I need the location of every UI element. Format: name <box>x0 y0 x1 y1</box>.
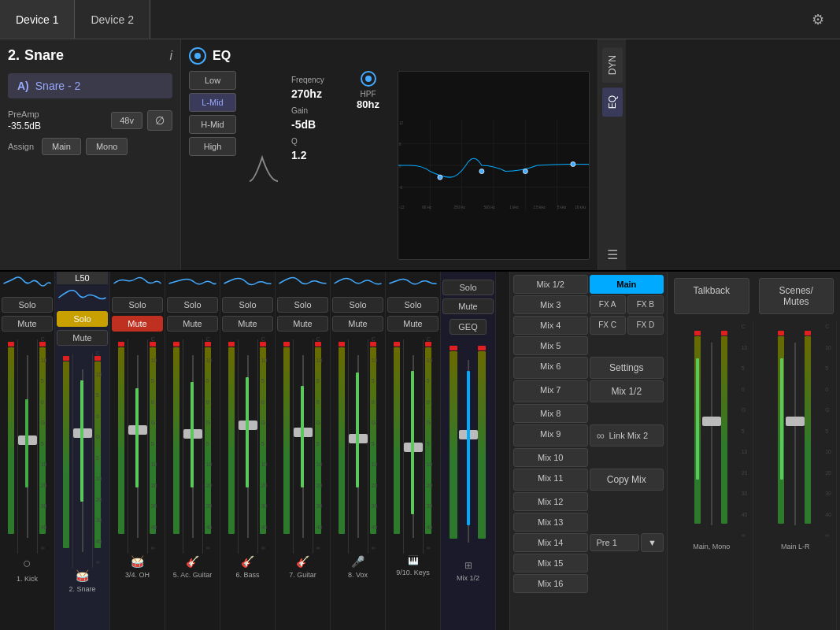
mute-button-mix12[interactable]: Mute <box>442 298 494 314</box>
mute-button-snare[interactable]: Mute <box>57 330 108 346</box>
pre-button[interactable]: Pre 1 <box>590 534 640 551</box>
mix-main-button[interactable]: Main <box>590 275 664 294</box>
list-icon[interactable]: ☰ <box>607 247 618 262</box>
fx-b-button[interactable]: FX B <box>627 295 664 314</box>
info-button[interactable]: i <box>169 49 172 63</box>
eq-tab[interactable]: EQ <box>602 87 623 117</box>
gain-value[interactable]: -5dB <box>291 118 346 131</box>
mix-bus-16-button[interactable]: Mix 16 <box>513 574 588 593</box>
solo-button-guitar[interactable]: Solo <box>277 297 328 313</box>
svg-point-23 <box>571 161 575 166</box>
fader-oh[interactable]: C1050G510203040∞ <box>112 333 163 554</box>
phase-button[interactable]: ∅ <box>147 110 172 131</box>
mix-bus-10-button[interactable]: Mix 10 <box>513 448 588 467</box>
waveform-kick <box>2 274 53 294</box>
right-tabs-panel: DYN EQ ☰ <box>598 39 626 270</box>
oh-label: 3/4. OH <box>112 569 163 580</box>
eq-band-low[interactable]: Low <box>189 71 236 90</box>
mix-bus-12-button[interactable]: Mix 12 <box>513 492 588 511</box>
mix-bus-5-button[interactable]: Mix 5 <box>513 336 588 355</box>
svg-text:-12: -12 <box>399 206 405 209</box>
mix-bus-14-button[interactable]: Mix 14 <box>513 533 588 552</box>
mix-12-sub-button[interactable]: Mix 1/2 <box>590 380 664 402</box>
mute-button-kick[interactable]: Mute <box>2 316 53 332</box>
mix-bus-7-button[interactable]: Mix 7 <box>513 380 588 402</box>
fader-guitar[interactable]: C1050G510203040∞ <box>277 333 328 554</box>
dyn-tab[interactable]: DYN <box>602 47 623 83</box>
solo-button-acguitar[interactable]: Solo <box>167 297 218 313</box>
mute-button-oh[interactable]: Mute <box>112 316 163 332</box>
guitar-icon: 🎸 <box>296 555 309 568</box>
eq-curve-svg: 12 6 0 -6 -12 60 Hz 250 Hz 500 Hz 1 kHz … <box>398 72 589 259</box>
mix-bus-4-button[interactable]: Mix 4 <box>513 316 588 335</box>
solo-button-keys[interactable]: Solo <box>387 297 439 313</box>
pre-dropdown[interactable]: ▼ <box>641 533 664 552</box>
top-bar: Device 1 Device 2 ⚙ <box>0 0 840 39</box>
solo-button-snare[interactable]: Solo <box>57 311 108 327</box>
fader-main-mono[interactable]: C1050G510203040∞ <box>672 321 751 541</box>
fader-vox[interactable]: C1050G510203040∞ <box>332 333 383 554</box>
snare-label: 2. Snare <box>57 584 108 595</box>
settings-button[interactable]: Settings <box>590 357 664 379</box>
settings-icon[interactable]: ⚙ <box>804 6 832 34</box>
mix-bus-3-button[interactable]: Mix 3 <box>513 295 588 314</box>
fader-snare[interactable]: C1050G510203040∞ <box>57 347 108 568</box>
fader-mix12[interactable] <box>442 338 494 558</box>
eq-band-hmid[interactable]: H-Mid <box>189 115 236 134</box>
snare-level-label: L50 <box>57 272 108 284</box>
mix-bus-1-2-button[interactable]: Mix 1/2 <box>513 275 588 294</box>
solo-button-vox[interactable]: Solo <box>332 297 383 313</box>
waveform-snare <box>57 288 108 308</box>
eq-band-lmid[interactable]: L-Mid <box>189 93 236 112</box>
device-tab-1[interactable]: Device 1 <box>0 0 75 39</box>
assign-mono-button[interactable]: Mono <box>86 138 128 155</box>
assign-main-button[interactable]: Main <box>42 138 81 155</box>
fx-d-button[interactable]: FX D <box>627 316 664 335</box>
solo-button-mix12[interactable]: Solo <box>442 280 494 295</box>
mix-bus-11-button[interactable]: Mix 11 <box>513 469 588 491</box>
mix-bus-6-button[interactable]: Mix 6 <box>513 357 588 379</box>
mute-button-keys[interactable]: Mute <box>387 316 439 332</box>
fx-a-button[interactable]: FX A <box>590 295 626 314</box>
kick-icon: ○ <box>23 555 31 572</box>
fader-kick[interactable]: C1050G510203040∞ <box>2 333 53 554</box>
mute-button-vox[interactable]: Mute <box>332 316 383 332</box>
fader-main-lr[interactable]: C1050G510203040∞ <box>757 321 835 541</box>
mute-button-acguitar[interactable]: Mute <box>167 316 218 332</box>
freq-value[interactable]: 270hz <box>291 87 346 100</box>
fader-acguitar[interactable]: C1050G510203040∞ <box>167 333 218 554</box>
mix-bus-9-button[interactable]: Mix 9 <box>513 424 588 447</box>
mix-bus-15-button[interactable]: Mix 15 <box>513 554 588 573</box>
mix-bus-13-button[interactable]: Mix 13 <box>513 513 588 532</box>
copy-mix-button[interactable]: Copy Mix <box>590 469 664 491</box>
scenes-button[interactable]: Scenes/ Mutes <box>759 278 834 314</box>
preamp-value: -35.5dB <box>8 120 41 132</box>
q-value[interactable]: 1.2 <box>291 149 346 161</box>
channel-number: 2. <box>8 47 20 64</box>
fx-c-button[interactable]: FX C <box>590 316 626 335</box>
eq-band-high[interactable]: High <box>189 137 236 156</box>
fader-keys[interactable]: C1050G510203040∞ <box>387 333 439 554</box>
channel-label-box[interactable]: Snare - 2 <box>8 73 172 98</box>
mix12-label: Mix 1/2 <box>442 573 494 584</box>
eq-power-button[interactable] <box>189 47 206 65</box>
waveform-guitar <box>277 274 328 294</box>
fader-bass[interactable]: C1050G510203040∞ <box>222 333 273 554</box>
hpf-label: HPF <box>361 90 376 98</box>
mute-button-guitar[interactable]: Mute <box>277 316 328 332</box>
solo-button-kick[interactable]: Solo <box>2 297 53 313</box>
mix-bus-8-button[interactable]: Mix 8 <box>513 404 588 423</box>
phantom-power-button[interactable]: 48v <box>111 112 142 129</box>
device-tab-2[interactable]: Device 2 <box>75 0 150 39</box>
mute-button-bass[interactable]: Mute <box>222 316 273 332</box>
keys-icon: 🎹 <box>408 555 419 565</box>
geq-button[interactable]: GEQ <box>450 319 486 335</box>
strip-snare: L50 Solo Mute <box>55 272 110 630</box>
link-mix-button[interactable]: ∞ Link Mix 2 <box>590 424 664 447</box>
solo-button-bass[interactable]: Solo <box>222 297 273 313</box>
talkback-button[interactable]: Talkback <box>674 278 749 314</box>
solo-button-oh[interactable]: Solo <box>112 297 163 313</box>
eq-graph[interactable]: 12 6 0 -6 -12 60 Hz 250 Hz 500 Hz 1 kHz … <box>398 71 590 260</box>
hpf-power-button[interactable] <box>361 71 376 87</box>
hpf-value[interactable]: 80hz <box>357 98 379 110</box>
